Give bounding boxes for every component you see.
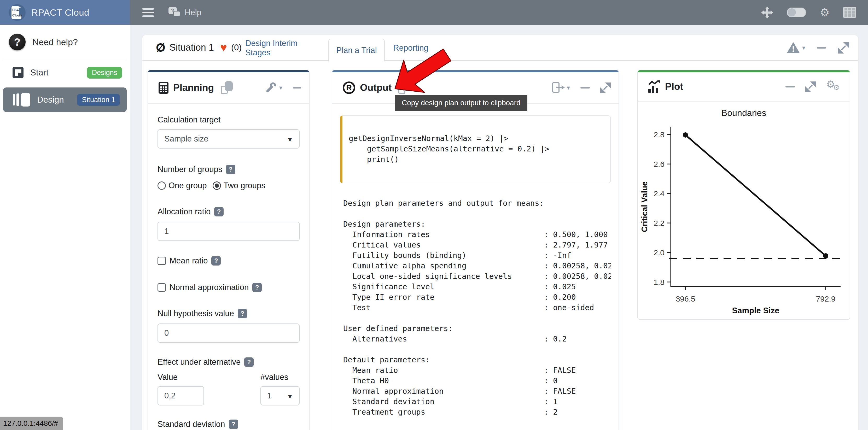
help-badge-icon[interactable]: ? [226, 165, 235, 174]
main-content-card: Ø Situation 1 ♥ (0) Design Interim Stage… [142, 35, 858, 430]
effect-nvalues-select[interactable]: 1 ▼ [260, 386, 300, 405]
svg-text:Sample Size: Sample Size [732, 306, 779, 315]
svg-text:Critical Value: Critical Value [640, 181, 649, 232]
planning-accent-bar [148, 70, 309, 72]
svg-text:792.9: 792.9 [816, 295, 835, 303]
export-dropdown[interactable]: ▾ [552, 81, 570, 94]
tab-design-interim-stages[interactable]: Design Interim Stages [245, 35, 321, 61]
copy-tooltip: Copy design plan output to clipboard [395, 95, 527, 111]
planning-title: Planning [173, 82, 214, 93]
export-file-icon [552, 81, 564, 94]
r-logo-icon: R [343, 81, 355, 94]
help-badge-icon[interactable]: ? [211, 256, 221, 266]
expand-icon[interactable] [838, 42, 849, 54]
designs-badge: Designs [87, 67, 122, 78]
collapse-icon[interactable] [293, 87, 301, 89]
svg-text:396.5: 396.5 [676, 295, 695, 303]
design-plan-report[interactable]: Design plan parameters and output for me… [340, 198, 611, 417]
help-badge-icon[interactable]: ? [229, 420, 238, 429]
sidebar: ? Need help? Start Designs Design Situat… [0, 25, 130, 430]
question-mark-icon: ? [9, 34, 26, 51]
sidebar-item-design[interactable]: Design Situation 1 [3, 88, 127, 112]
sidebar-header: PACT Cloud RPACT Cloud [0, 0, 130, 25]
chart-icon [648, 80, 660, 93]
chevron-down-icon: ▼ [286, 392, 293, 400]
settings-gear-icon[interactable]: ⚙ [820, 7, 830, 18]
effect-nvalues-label: #values [260, 372, 300, 382]
ban-icon: Ø [156, 41, 165, 54]
normal-approximation-checkbox-row[interactable]: Normal approximation ? [157, 283, 300, 292]
favorite-count: (0) [231, 42, 242, 53]
r-code-block: getDesignInverseNormal(kMax = 2) |> getS… [340, 115, 611, 183]
svg-text:1.8: 1.8 [654, 278, 664, 287]
checkbox-icon [157, 257, 166, 265]
chevron-down-icon: ▾ [279, 84, 282, 91]
apps-grid-icon[interactable] [843, 7, 856, 18]
plot-settings-gears-icon[interactable]: ⚙⚙ [826, 80, 842, 93]
sidebar-toggle-icon[interactable] [142, 8, 154, 17]
radio-two-groups[interactable]: Two groups [213, 181, 266, 190]
sidebar-item-start[interactable]: Start Designs [0, 60, 130, 85]
svg-text:2.2: 2.2 [654, 219, 664, 227]
favorite-heart-icon[interactable]: ♥ [220, 42, 227, 53]
help-menu[interactable]: ? Help [168, 7, 202, 18]
chevron-down-icon: ▼ [286, 135, 293, 143]
help-badge-icon[interactable]: ? [214, 207, 224, 217]
radio-icon [157, 181, 166, 190]
copy-planning-icon[interactable] [221, 81, 233, 94]
calculation-target-label: Calculation target [157, 115, 300, 125]
help-badge-icon[interactable]: ? [244, 357, 254, 367]
copy-output-button[interactable] [398, 81, 410, 94]
radio-icon [213, 181, 221, 190]
svg-text:2.8: 2.8 [654, 130, 664, 139]
number-of-groups-label: Number of groups ? [157, 165, 300, 174]
situation-label: Situation 1 [169, 42, 214, 53]
plot-panel: Plot ⚙⚙ Boundaries 1.82.02.22.42.62.8396… [637, 70, 850, 320]
collapse-icon[interactable] [817, 47, 826, 48]
help-chat-icon: ? [168, 7, 181, 18]
wrench-icon [265, 82, 277, 94]
output-title: Output [360, 82, 392, 93]
help-badge-icon[interactable]: ? [252, 283, 262, 292]
mean-ratio-checkbox-row[interactable]: Mean ratio ? [157, 256, 300, 266]
need-help-item[interactable]: ? Need help? [0, 25, 130, 58]
calculation-target-value: Sample size [164, 134, 209, 143]
output-accent-bar [332, 70, 619, 72]
null-hypothesis-input[interactable]: 0 [157, 324, 300, 343]
svg-text:2.6: 2.6 [654, 160, 664, 168]
expand-icon[interactable] [600, 82, 611, 93]
allocation-ratio-input[interactable]: 1 [157, 222, 300, 241]
help-badge-icon[interactable]: ? [238, 309, 247, 318]
warnings-dropdown[interactable]: ▾ [787, 42, 805, 53]
plot-title: Plot [665, 81, 683, 92]
chevron-down-icon: ▾ [567, 84, 570, 91]
planning-panel: Planning ▾ Calculation target Sample siz… [148, 70, 310, 430]
number-of-groups-radios: One group Two groups [157, 181, 300, 190]
situation-badge: Situation 1 [77, 94, 120, 106]
svg-text:2.0: 2.0 [654, 248, 664, 257]
rpact-logo[interactable]: PACT Cloud [9, 4, 26, 21]
design-icon [13, 93, 30, 106]
effect-value-input[interactable]: 0,2 [157, 386, 204, 405]
tools-dropdown[interactable]: ▾ [265, 82, 282, 94]
calculation-target-select[interactable]: Sample size ▼ [157, 129, 300, 148]
theme-toggle[interactable] [787, 7, 806, 17]
r-code[interactable]: getDesignInverseNormal(kMax = 2) |> getS… [349, 133, 608, 164]
collapse-icon[interactable] [785, 86, 795, 88]
chart-title: Boundaries [638, 108, 850, 118]
help-label: Help [185, 8, 202, 17]
chevron-down-icon: ▾ [802, 44, 805, 52]
expand-icon[interactable] [805, 81, 816, 92]
radio-one-group[interactable]: One group [157, 181, 207, 190]
fullscreen-icon[interactable] [761, 6, 773, 19]
boundaries-chart[interactable]: 1.82.02.22.42.62.8396.5792.9Critical Val… [640, 118, 848, 317]
browser-status-url: 127.0.0.1:4486/# [0, 417, 63, 430]
app-title: RPACT Cloud [31, 7, 89, 18]
collapse-icon[interactable] [581, 87, 590, 89]
tab-plan-a-trial[interactable]: Plan a Trial [328, 39, 385, 61]
effect-under-alternative-label: Effect under alternative ? [157, 357, 300, 367]
output-panel: R Output ▾ getDesignInverseNormal( [332, 70, 619, 430]
sidebar-item-label: Design [37, 95, 64, 105]
tab-reporting[interactable]: Reporting [389, 35, 432, 61]
effect-value-label: Value [157, 372, 178, 382]
